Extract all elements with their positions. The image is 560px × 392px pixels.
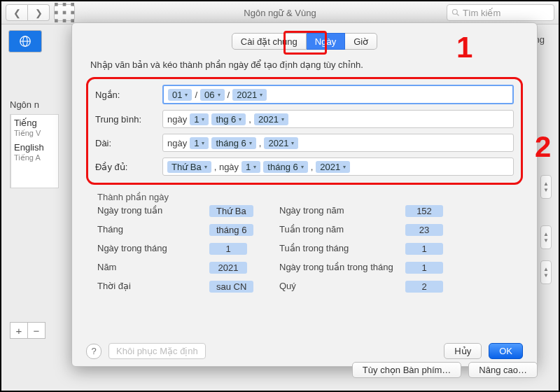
date-token[interactable]: 2021▾ bbox=[264, 137, 298, 149]
component-token[interactable]: 1 bbox=[405, 262, 443, 274]
date-token[interactable]: 01▾ bbox=[168, 89, 192, 101]
ok-button[interactable]: OK bbox=[489, 343, 523, 359]
sheet-footer: ? Khôi phục Mặc định Hủy OK bbox=[86, 343, 523, 359]
tab-date[interactable]: Ngày bbox=[307, 33, 345, 50]
sidebar: Ngôn n Tiếng Tiếng V English Tiếng A bbox=[10, 99, 59, 188]
help-button[interactable]: ? bbox=[86, 344, 102, 359]
stepper[interactable]: ▲▼ bbox=[540, 260, 552, 284]
format-field[interactable]: 01▾ / 06▾ / 2021▾ bbox=[162, 85, 514, 104]
date-token[interactable]: 2021▾ bbox=[316, 161, 350, 173]
list-item[interactable]: English bbox=[14, 142, 55, 153]
svg-rect-1 bbox=[63, 3, 66, 6]
remove-button[interactable]: − bbox=[28, 322, 46, 339]
format-rows-highlight: Ngắn: 01▾ / 06▾ / 2021▾ Trung bình: ngày… bbox=[86, 77, 523, 185]
component-token[interactable]: 1 bbox=[405, 243, 443, 255]
date-token[interactable]: tháng 6▾ bbox=[211, 137, 255, 149]
date-token[interactable]: 1▾ bbox=[241, 161, 260, 173]
date-token[interactable]: 06▾ bbox=[200, 89, 224, 101]
component-token[interactable]: 1 bbox=[209, 243, 247, 255]
tab-time[interactable]: Giờ bbox=[345, 33, 377, 50]
svg-rect-4 bbox=[63, 11, 66, 15]
component-token[interactable]: 2 bbox=[405, 281, 443, 293]
row-label: Trung bình: bbox=[95, 114, 155, 125]
format-sheet: Cài đặt chung Ngày Giờ Nhập văn bản và k… bbox=[71, 22, 538, 367]
date-token[interactable]: 2021▾ bbox=[232, 89, 267, 101]
sidebar-title: Ngôn n bbox=[10, 99, 59, 110]
nav-group: ❮ ❯ bbox=[6, 4, 50, 21]
window-footer: Tùy chọn Bàn phím… Nâng cao… bbox=[71, 362, 538, 378]
grid-icon[interactable] bbox=[54, 4, 75, 21]
tab-general[interactable]: Cài đặt chung bbox=[232, 33, 307, 50]
restore-defaults-button[interactable]: Khôi phục Mặc định bbox=[108, 343, 206, 359]
component-token[interactable]: sau CN bbox=[209, 281, 253, 293]
row-label: Ngắn: bbox=[95, 90, 155, 100]
advanced-button[interactable]: Nâng cao… bbox=[468, 362, 538, 378]
list-item-sub: Tiếng V bbox=[14, 129, 55, 138]
window-toolbar: ❮ ❯ Ngôn ngữ & Vùng Tìm kiếm bbox=[1, 1, 559, 24]
svg-rect-7 bbox=[63, 19, 66, 22]
keyboard-options-button[interactable]: Tùy chọn Bàn phím… bbox=[352, 362, 462, 378]
list-item-sub: Tiếng A bbox=[14, 153, 55, 162]
forward-button[interactable]: ❯ bbox=[28, 4, 50, 21]
stepper[interactable]: ▲▼ bbox=[540, 175, 552, 199]
format-field[interactable]: ngày 1▾ thg 6▾ , 2021▾ bbox=[162, 110, 514, 128]
svg-line-10 bbox=[457, 14, 459, 16]
format-row-short: Ngắn: 01▾ / 06▾ / 2021▾ bbox=[95, 85, 514, 104]
cancel-button[interactable]: Hủy bbox=[444, 343, 482, 359]
svg-point-9 bbox=[453, 10, 458, 15]
search-placeholder: Tìm kiếm bbox=[463, 8, 500, 18]
stepper[interactable]: ▲▼ bbox=[540, 225, 552, 249]
format-row-full: Đầy đủ: Thứ Ba▾ , ngày 1▾ tháng 6▾ , 202… bbox=[95, 158, 514, 176]
svg-rect-0 bbox=[55, 3, 58, 6]
list-item[interactable]: Tiếng bbox=[14, 118, 55, 129]
search-icon bbox=[451, 8, 460, 17]
date-token[interactable]: 1▾ bbox=[190, 113, 209, 125]
format-field[interactable]: Thứ Ba▾ , ngày 1▾ tháng 6▾ , 2021▾ bbox=[162, 158, 514, 176]
language-list[interactable]: Tiếng Tiếng V English Tiếng A bbox=[10, 114, 59, 188]
date-token[interactable]: tháng 6▾ bbox=[263, 161, 307, 173]
format-field[interactable]: ngày 1▾ tháng 6▾ , 2021▾ bbox=[162, 134, 514, 152]
format-row-medium: Trung bình: ngày 1▾ thg 6▾ , 2021▾ bbox=[95, 110, 514, 128]
svg-rect-6 bbox=[55, 19, 58, 22]
component-token[interactable]: 2021 bbox=[209, 262, 247, 274]
row-label: Đầy đủ: bbox=[95, 162, 155, 172]
date-token[interactable]: thg 6▾ bbox=[211, 113, 246, 125]
list-edit-buttons: + − bbox=[10, 322, 46, 339]
date-token[interactable]: 1▾ bbox=[190, 137, 209, 149]
date-token[interactable]: 2021▾ bbox=[254, 113, 288, 125]
component-token[interactable]: Thứ Ba bbox=[209, 205, 253, 217]
format-row-long: Dài: ngày 1▾ tháng 6▾ , 2021▾ bbox=[95, 134, 514, 152]
row-label: Dài: bbox=[95, 138, 155, 148]
component-token[interactable]: 23 bbox=[405, 224, 443, 236]
add-button[interactable]: + bbox=[10, 322, 28, 339]
component-token[interactable]: tháng 6 bbox=[209, 224, 253, 236]
svg-rect-5 bbox=[71, 11, 74, 15]
components-grid: Ngày trong tuầnThứ Ba Ngày trong năm152 … bbox=[97, 205, 523, 293]
svg-rect-3 bbox=[55, 11, 58, 15]
search-input[interactable]: Tìm kiếm bbox=[447, 4, 554, 21]
globe-flag-icon bbox=[8, 30, 42, 52]
components-title: Thành phần ngày bbox=[97, 192, 523, 202]
date-token[interactable]: Thứ Ba▾ bbox=[167, 161, 211, 173]
component-token[interactable]: 152 bbox=[405, 205, 443, 217]
annotation-number: 1 bbox=[456, 31, 472, 64]
svg-rect-2 bbox=[71, 3, 74, 6]
back-button[interactable]: ❮ bbox=[6, 4, 28, 21]
annotation-number: 2 bbox=[535, 130, 551, 164]
